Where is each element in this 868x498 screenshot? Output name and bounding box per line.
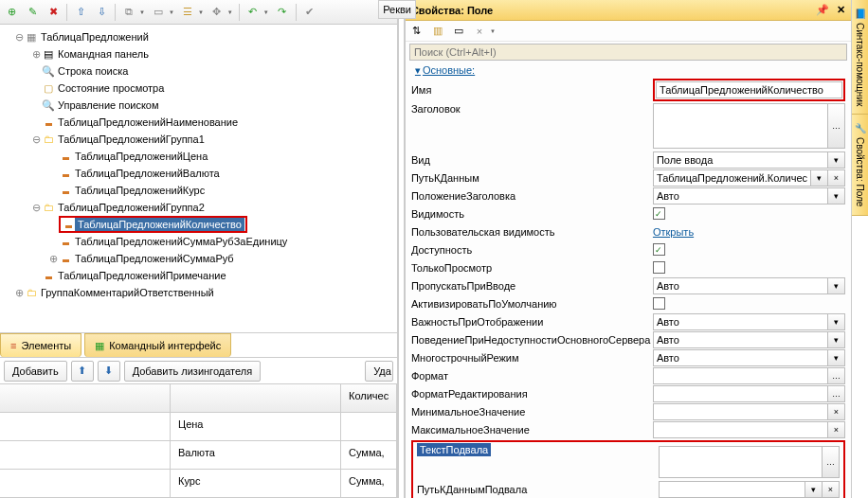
tree-icon[interactable]: ☰ <box>180 5 195 20</box>
prop-label-name: Имя <box>411 84 653 96</box>
skipinput-select[interactable]: Авто <box>653 277 828 294</box>
dropdown-button[interactable]: ▾ <box>811 169 828 187</box>
dropdown-button[interactable]: ▾ <box>828 349 845 366</box>
redo-icon[interactable]: ↷ <box>275 5 290 20</box>
tree-item[interactable]: ТаблицаПредложенийЦена <box>13 148 393 165</box>
multi-select[interactable]: Авто <box>653 349 828 366</box>
tree-item[interactable]: ТаблицаПредложенийКурс <box>13 182 393 199</box>
min-input[interactable] <box>653 403 828 420</box>
tree-item[interactable]: ТаблицаПредложенийСуммаРубЗаЕдиницу <box>13 233 393 250</box>
dots-button[interactable]: … <box>828 103 845 149</box>
name-input[interactable]: ТаблицаПредложенийКоличество <box>656 81 842 98</box>
tab-cmdiface[interactable]: ▦ Командный интерфейс <box>84 333 231 357</box>
dots-button[interactable]: … <box>828 367 845 384</box>
collapse-icon[interactable]: ⊖ <box>30 133 42 146</box>
tree-group2[interactable]: ⊖ 🗀 ТаблицаПредложенийГруппа2 <box>13 199 393 216</box>
edit-icon[interactable]: ✎ <box>25 5 40 20</box>
avail-checkbox[interactable]: ✓ <box>653 243 665 256</box>
dots-button[interactable]: … <box>828 385 845 402</box>
tree-item[interactable]: ТаблицаПредложенийВалюта <box>13 165 393 182</box>
editfmt-input[interactable] <box>653 385 828 402</box>
collapse-icon[interactable]: ⊖ <box>13 31 25 44</box>
filter-icon[interactable]: ▥ <box>430 24 445 39</box>
tree-group1[interactable]: ⊖ 🗀 ТаблицаПредложенийГруппа1 <box>13 131 393 148</box>
grid-header-cell <box>0 384 171 413</box>
dropdown-button[interactable]: ▾ <box>828 277 845 294</box>
tree-item[interactable]: 🔍 Управление поиском <box>13 97 393 114</box>
add-button[interactable]: Добавить <box>4 361 67 382</box>
readonly-checkbox[interactable] <box>653 261 665 274</box>
x-icon[interactable]: × <box>472 24 487 39</box>
delete-button[interactable]: Уда <box>365 361 393 382</box>
activdef-checkbox[interactable] <box>653 297 665 310</box>
sort-icon[interactable]: ⇅ <box>409 24 425 39</box>
search-input[interactable] <box>409 44 847 61</box>
pin-icon[interactable]: 📌 <box>816 4 829 16</box>
collapse-all-icon[interactable]: ▭ <box>451 24 466 39</box>
check-icon[interactable]: ✔ <box>302 5 317 20</box>
expand-icon[interactable]: ⊕ <box>47 253 59 265</box>
tree-item[interactable]: ▢ Состояние просмотра <box>13 80 393 97</box>
delete-icon[interactable]: ✖ <box>45 5 61 20</box>
section-main[interactable]: ▾Основные: <box>409 62 847 79</box>
move-up-button[interactable]: ⬆ <box>71 361 94 382</box>
dropdown-button[interactable]: ▾ <box>828 151 845 169</box>
prop-label: Формат <box>411 370 653 382</box>
tab-elements[interactable]: ≡ Элементы <box>0 333 81 357</box>
expand-icon[interactable]: ⊕ <box>30 48 42 61</box>
tree-item[interactable]: ⊕ ▤ Командная панель <box>13 45 393 62</box>
tree-item[interactable]: ТаблицаПредложенийНаименование <box>13 114 393 131</box>
kind-select[interactable]: Поле ввода <box>653 151 828 169</box>
wrench-icon: 🔧 <box>855 122 865 133</box>
footerpath-input[interactable] <box>659 481 805 498</box>
footertext-input[interactable] <box>659 446 823 478</box>
tree-item[interactable]: ТаблицаПредложенийПримечание <box>13 267 393 284</box>
undo-icon[interactable]: ↶ <box>245 5 261 20</box>
expand-icon[interactable]: ⊕ <box>13 287 25 299</box>
copy-icon[interactable]: ⧉ <box>121 5 136 20</box>
uservis-link[interactable]: Открыть <box>653 226 694 238</box>
collapse-icon[interactable]: ⊖ <box>30 202 42 214</box>
layout-icon[interactable]: ▭ <box>151 5 166 20</box>
close-icon[interactable]: ✕ <box>837 4 845 16</box>
property-search[interactable] <box>409 44 847 61</box>
grid-cell: Сумма, <box>341 441 397 470</box>
datapath-input[interactable]: ТаблицаПредложений.Количес <box>653 169 811 187</box>
clear-button[interactable]: × <box>823 481 840 498</box>
prop-label: МаксимальноеЗначение <box>411 424 653 436</box>
arrows-icon[interactable]: ✥ <box>209 5 225 20</box>
dropdown-button[interactable]: ▾ <box>828 313 845 330</box>
move-down-button[interactable]: ⬇ <box>98 361 120 382</box>
format-input[interactable] <box>653 367 828 384</box>
panel-title-label: Свойства: Поле <box>411 5 493 16</box>
tab-rekvi[interactable]: Рекви <box>378 0 416 19</box>
clear-button[interactable]: × <box>828 403 845 420</box>
tree-item-label: ТаблицаПредложенийГруппа1 <box>55 133 205 145</box>
dropdown-button[interactable]: ▾ <box>828 187 845 205</box>
down-icon[interactable]: ⇩ <box>94 5 109 20</box>
add-lessor-button[interactable]: Добавить лизингодателя <box>124 361 261 382</box>
dock-syntax[interactable]: 📘 Синтакс-помощник <box>852 0 868 115</box>
tree-item-selected[interactable]: ТаблицаПредложенийКоличество <box>13 216 393 233</box>
tree-item-label: Состояние просмотра <box>55 82 164 94</box>
dots-button[interactable]: … <box>823 446 840 478</box>
titlepos-select[interactable]: Авто <box>653 187 828 205</box>
dots-button[interactable]: × <box>828 169 845 187</box>
tree-item[interactable]: ⊕ ТаблицаПредложенийСуммаРуб <box>13 250 393 267</box>
clear-button[interactable]: × <box>828 421 845 438</box>
up-icon[interactable]: ⇧ <box>73 5 88 20</box>
field-icon <box>59 236 72 247</box>
visibility-checkbox[interactable]: ✓ <box>653 207 665 220</box>
dispimp-select[interactable]: Авто <box>653 313 828 330</box>
add-icon[interactable]: ⊕ <box>4 5 19 20</box>
title-input[interactable] <box>653 103 828 149</box>
tree-item[interactable]: 🔍 Строка поиска <box>13 62 393 80</box>
tree-root[interactable]: ⊖ ▦ ТаблицаПредложений <box>13 28 393 45</box>
tree-item-label: ТаблицаПредложенийКоличество <box>75 218 244 231</box>
dock-props[interactable]: 🔧 Свойства: Поле <box>852 115 868 215</box>
dropdown-button[interactable]: ▾ <box>828 331 845 348</box>
unavail-select[interactable]: Авто <box>653 331 828 348</box>
dropdown-button[interactable]: ▾ <box>805 481 823 498</box>
tree-item[interactable]: ⊕ 🗀 ГруппаКомментарийОтветственный <box>13 284 393 301</box>
max-input[interactable] <box>653 421 828 438</box>
